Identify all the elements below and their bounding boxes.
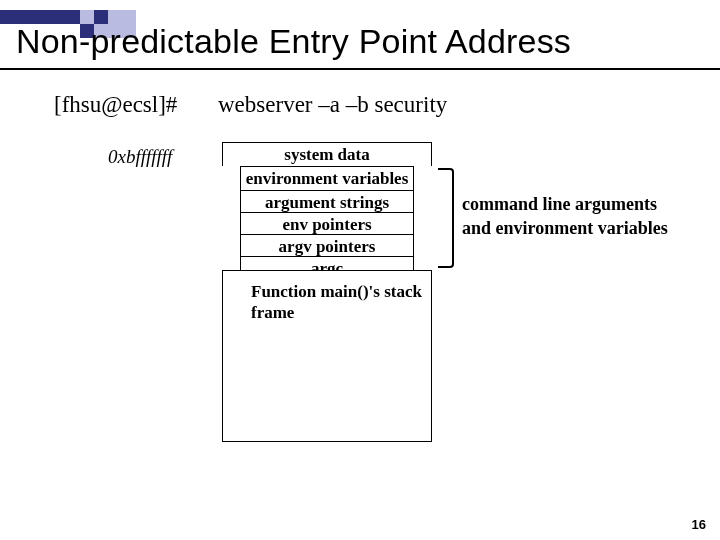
- caption-line-2: and environment variables: [462, 216, 668, 240]
- brace-icon: [438, 168, 454, 268]
- stack-row-arg-strings: argument strings: [240, 190, 414, 212]
- shell-prompt: [fhsu@ecsl]#: [54, 92, 177, 118]
- slide: Non-predictable Entry Point Address [fhs…: [0, 0, 720, 540]
- caption-line-1: command line arguments: [462, 192, 668, 216]
- stack-row-system-data: system data: [222, 142, 432, 166]
- title-underline: [0, 68, 720, 70]
- stack-row-env-vars: environment variables: [240, 166, 414, 190]
- address-label: 0xbfffffff: [108, 146, 172, 168]
- stack-diagram: system data environment variables argume…: [222, 142, 432, 278]
- brace-caption: command line arguments and environment v…: [462, 192, 668, 241]
- stack-row-env-pointers: env pointers: [240, 212, 414, 234]
- page-number: 16: [692, 517, 706, 532]
- shell-command: webserver –a –b security: [218, 92, 447, 118]
- main-stack-frame: Function main()'s stack frame: [222, 270, 432, 442]
- stack-row-argv-pointers: argv pointers: [240, 234, 414, 256]
- slide-title: Non-predictable Entry Point Address: [16, 22, 571, 61]
